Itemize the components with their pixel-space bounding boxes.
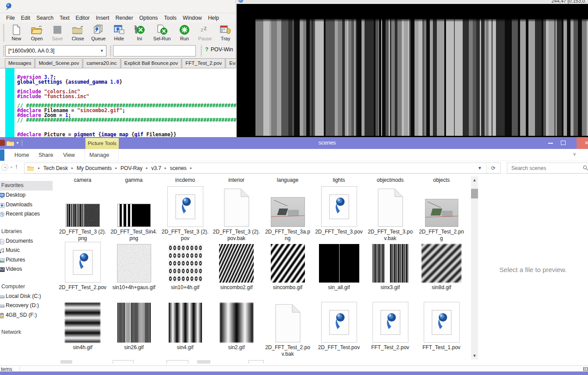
file-thumbnail[interactable] bbox=[224, 188, 249, 227]
maximize-button[interactable] bbox=[561, 141, 566, 145]
file-thumbnail[interactable] bbox=[65, 242, 101, 283]
sidebar-item-downloads[interactable]: Downloads bbox=[0, 200, 53, 210]
sidebar-group-libraries[interactable]: Libraries bbox=[0, 227, 53, 237]
file-thumbnail[interactable] bbox=[65, 303, 100, 343]
file-name-label[interactable]: sincombo2.gif bbox=[213, 284, 260, 291]
file-name-label[interactable]: 2D_FFT_Test.pov bbox=[315, 344, 363, 351]
file-thumbnail[interactable] bbox=[424, 302, 460, 343]
editor-tab[interactable]: camera20.inc bbox=[83, 58, 120, 68]
sidebar-item-videos[interactable]: Videos bbox=[0, 265, 53, 274]
file-thumbnail[interactable] bbox=[113, 360, 134, 364]
toolbar-sel-run-button[interactable]: Sel-Run bbox=[150, 23, 174, 41]
file-menu-button[interactable] bbox=[0, 149, 4, 161]
ribbon-tab-home[interactable]: Home bbox=[14, 152, 29, 158]
file-thumbnail[interactable] bbox=[321, 186, 357, 227]
scrollbar-thumb[interactable] bbox=[471, 189, 478, 198]
folder-item-label[interactable]: gamma bbox=[108, 177, 159, 183]
file-name-label[interactable]: 2D_FFT_Test_2.pov.bak bbox=[264, 344, 312, 357]
file-thumbnail[interactable] bbox=[425, 199, 458, 227]
sidebar-item-local-disk-c-[interactable]: Local Disk (C:) bbox=[0, 292, 53, 301]
file-name-label[interactable]: 2D_FFT_Test_2.png bbox=[418, 229, 465, 241]
menu-help[interactable]: Help bbox=[205, 14, 222, 22]
quick-access-dropdown-icon[interactable]: ▼ bbox=[16, 141, 19, 145]
file-thumbnail[interactable] bbox=[319, 244, 359, 283]
file-thumbnail[interactable] bbox=[168, 244, 202, 283]
file-thumbnail[interactable] bbox=[166, 360, 188, 364]
breadcrumb-segment[interactable]: POV-Ray bbox=[120, 165, 142, 171]
file-name-label[interactable]: sin4h.gif bbox=[59, 344, 106, 351]
toolbar-save-button[interactable]: Save bbox=[47, 23, 68, 41]
menu-edit[interactable]: Edit bbox=[18, 14, 33, 22]
search-input[interactable]: Search scenes bbox=[507, 163, 588, 173]
file-name-label[interactable]: FFT_Test_2.pov bbox=[366, 344, 414, 351]
sidebar-group-network[interactable]: Network bbox=[0, 328, 53, 337]
menu-tools[interactable]: Tools bbox=[161, 14, 180, 22]
file-thumbnail[interactable] bbox=[197, 360, 210, 364]
file-name-label[interactable]: sin4.gif bbox=[161, 344, 209, 351]
editor-tab[interactable]: Eval_pig bbox=[226, 58, 236, 68]
file-thumbnail[interactable] bbox=[167, 186, 203, 227]
folder-icon[interactable] bbox=[7, 140, 14, 146]
file-thumbnail[interactable] bbox=[117, 244, 151, 283]
vertical-scrollbar[interactable]: ▲ ▼ bbox=[471, 177, 478, 359]
ribbon-tab-share[interactable]: Share bbox=[39, 152, 53, 158]
file-name-label[interactable]: sin8d.gif bbox=[418, 284, 465, 291]
render-preset-dropdown[interactable]: [*1600x900, AA 0.3]▼ bbox=[5, 45, 106, 57]
file-name-label[interactable]: 2D_FFT_Test_3.pov bbox=[315, 229, 363, 235]
file-name-label[interactable]: 2D_FFT_Test_3 (2).pov bbox=[161, 229, 209, 241]
sidebar-item-recovery-d-[interactable]: Recovery (D:) bbox=[0, 301, 53, 311]
folder-item-label[interactable]: objects bbox=[416, 177, 467, 183]
editor-tab[interactable]: Explicit Ball Bounce.pov bbox=[121, 58, 182, 68]
editor-tab[interactable]: FFT_Test_2.pov bbox=[182, 58, 225, 68]
toolbar-ini-button[interactable]: Ini bbox=[129, 23, 150, 41]
menu-insert[interactable]: Insert bbox=[93, 14, 113, 22]
sidebar-item-music[interactable]: Music bbox=[0, 246, 53, 255]
file-thumbnail[interactable] bbox=[422, 244, 461, 283]
file-thumbnail[interactable] bbox=[378, 188, 403, 227]
up-button[interactable]: ↑ bbox=[15, 163, 18, 170]
command-line-input[interactable] bbox=[113, 45, 196, 57]
file-thumbnail[interactable] bbox=[248, 360, 264, 364]
menu-window[interactable]: Window bbox=[180, 14, 205, 22]
file-thumbnail[interactable] bbox=[275, 304, 301, 343]
file-name-label[interactable]: 2D_FFT_Test_2.pov bbox=[59, 284, 106, 291]
file-name-label[interactable]: 2D_FFT_Test_3a.png bbox=[264, 229, 312, 241]
menu-text[interactable]: Text bbox=[57, 14, 73, 22]
toolbar-close-button[interactable]: Close bbox=[67, 23, 88, 41]
sidebar-group-favorites[interactable]: Favorites bbox=[0, 181, 53, 191]
file-name-label[interactable]: 2D_FFT_Test_3.pov.bak bbox=[366, 229, 414, 241]
menu-options[interactable]: Options bbox=[136, 14, 161, 22]
file-thumbnail[interactable] bbox=[321, 302, 357, 343]
pov-win-help[interactable]: ?POV-Win bbox=[205, 46, 233, 53]
toolbar-run-button[interactable]: Run bbox=[174, 23, 195, 41]
toolbar-open-button[interactable]: Open bbox=[27, 23, 47, 41]
file-thumbnail[interactable] bbox=[117, 303, 151, 343]
sidebar-item-documents[interactable]: Documents bbox=[0, 237, 53, 246]
file-name-label[interactable]: sinx3.gif bbox=[366, 284, 414, 291]
file-name-label[interactable]: 2D_FFT_Test_3 (2).pov.bak bbox=[213, 229, 260, 241]
address-dropdown-icon[interactable]: ▼ bbox=[473, 166, 486, 170]
file-thumbnail[interactable] bbox=[271, 197, 305, 227]
file-thumbnail[interactable] bbox=[372, 302, 408, 343]
code-editor[interactable]: #version 3.7;global_settings {assumed_ga… bbox=[0, 68, 236, 138]
menu-render[interactable]: Render bbox=[112, 14, 136, 22]
folder-item-label[interactable]: interior bbox=[211, 177, 262, 183]
close-button[interactable]: ✕ bbox=[577, 137, 588, 149]
back-button[interactable]: ◄ bbox=[1, 164, 8, 171]
view-toggle-icon[interactable] bbox=[583, 367, 588, 371]
editor-tab[interactable]: Model_Scene.pov bbox=[35, 58, 82, 68]
folder-item-label[interactable]: incdemo bbox=[159, 177, 211, 183]
file-name-label[interactable]: sin_all.gif bbox=[315, 284, 363, 291]
breadcrumb-segment[interactable]: My Documents bbox=[77, 165, 112, 171]
file-thumbnail[interactable] bbox=[271, 244, 305, 283]
sidebar-item-desktop[interactable]: Desktop bbox=[0, 191, 53, 200]
scroll-down-icon[interactable]: ▼ bbox=[471, 352, 478, 359]
ribbon-tab-view[interactable]: View bbox=[63, 152, 75, 158]
file-thumbnail[interactable] bbox=[220, 303, 253, 343]
folder-item-label[interactable]: language bbox=[262, 177, 313, 183]
file-name-label[interactable]: sin10+4h+gaus.gif bbox=[110, 284, 158, 291]
sidebar-group-computer[interactable]: Computer bbox=[0, 282, 53, 292]
file-name-label[interactable]: FFT_Test_1.pov bbox=[418, 344, 465, 351]
sidebar-item-pictures[interactable]: Pictures bbox=[0, 255, 53, 265]
sidebar-item-4gb-sd-f-[interactable]: 4GB_SD (F:) bbox=[0, 311, 53, 320]
